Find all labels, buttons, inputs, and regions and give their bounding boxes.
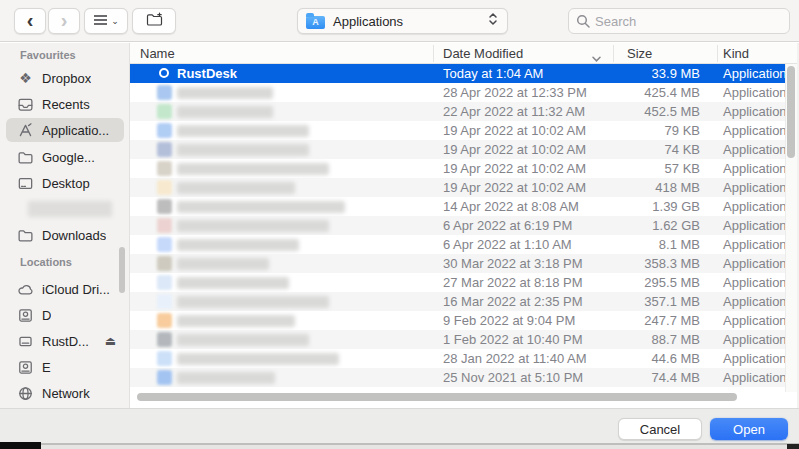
- sidebar-item-label: RustD...: [42, 334, 89, 349]
- kind-cell: Application: [723, 102, 785, 121]
- sidebar-item-rustd[interactable]: RustD...⏏: [6, 329, 124, 353]
- app-icon-redacted: [157, 104, 172, 119]
- size-cell: 88.7 MB: [550, 330, 700, 349]
- size-cell: 452.5 MB: [550, 102, 700, 121]
- disk-icon: [16, 307, 35, 324]
- app-icon-redacted: [157, 332, 172, 347]
- applications-folder-icon: A: [306, 16, 325, 29]
- location-dropdown[interactable]: A Applications: [297, 8, 508, 34]
- file-name-redacted: [177, 258, 269, 270]
- table-row[interactable]: 1 Feb 2022 at 10:40 PM88.7 MBApplication: [130, 330, 785, 349]
- kind-cell: Application: [723, 216, 785, 235]
- kind-cell: Application: [723, 273, 785, 292]
- file-name-redacted: [177, 125, 309, 137]
- file-name-redacted: [177, 163, 329, 175]
- forward-button[interactable]: ›: [48, 8, 80, 34]
- column-header-size[interactable]: Size: [627, 43, 652, 64]
- table-row[interactable]: 9 Feb 2022 at 9:04 PM247.7 MBApplication: [130, 311, 785, 330]
- size-cell: 358.3 MB: [550, 254, 700, 273]
- size-cell: 74.4 MB: [550, 368, 700, 387]
- size-cell: 57 KB: [550, 159, 700, 178]
- table-row[interactable]: 25 Nov 2021 at 5:10 PM74.4 MBApplication: [130, 368, 785, 387]
- table-row[interactable]: 6 Apr 2022 at 1:10 AM8.1 MBApplication: [130, 235, 785, 254]
- search-field[interactable]: [568, 8, 790, 34]
- sidebar-item-network[interactable]: Network: [6, 381, 124, 405]
- file-name-redacted: [177, 239, 299, 251]
- view-options-button[interactable]: ⌄: [84, 8, 128, 34]
- new-folder-button[interactable]: [132, 8, 176, 34]
- table-row[interactable]: 6 Apr 2022 at 6:19 PM1.62 GBApplication: [130, 216, 785, 235]
- search-input[interactable]: [595, 14, 775, 29]
- kind-cell: Application: [723, 159, 785, 178]
- footer-bar: Cancel Open: [0, 408, 799, 443]
- table-row[interactable]: 30 Mar 2022 at 3:18 PM358.3 MBApplicatio…: [130, 254, 785, 273]
- kind-cell: Application: [723, 292, 785, 311]
- size-cell: 1.62 GB: [550, 216, 700, 235]
- sidebar-item-iclouddri[interactable]: iCloud Dri...: [6, 277, 124, 301]
- sidebar-item-label: Recents: [42, 97, 90, 112]
- kind-cell: Application: [723, 83, 785, 102]
- sidebar-item-label: Downloads: [42, 228, 106, 243]
- sidebar-item-redacted[interactable]: [28, 201, 112, 217]
- sidebar-item-recents[interactable]: Recents: [6, 92, 124, 116]
- disk-icon: [16, 359, 35, 376]
- app-icon-redacted: [157, 85, 172, 100]
- sidebar-item-downloads[interactable]: Downloads: [6, 223, 124, 247]
- column-header-date[interactable]: Date Modified: [443, 43, 523, 64]
- table-row[interactable]: 22 Apr 2022 at 11:32 AM452.5 MBApplicati…: [130, 102, 785, 121]
- size-cell: 418 MB: [550, 178, 700, 197]
- table-row[interactable]: 19 Apr 2022 at 10:02 AM74 KBApplication: [130, 140, 785, 159]
- sidebar-item-label: Dropbox: [42, 71, 91, 86]
- sidebar-item-label: Google...: [42, 150, 95, 165]
- app-icon-redacted: [157, 142, 172, 157]
- sidebar-scrollbar-thumb[interactable]: [119, 247, 125, 293]
- app-icon-redacted: [157, 199, 172, 214]
- table-row[interactable]: 27 Mar 2022 at 8:18 PM295.5 MBApplicatio…: [130, 273, 785, 292]
- external-disk-icon: [16, 333, 35, 350]
- app-icon-redacted: [157, 237, 172, 252]
- size-cell: 74 KB: [550, 140, 700, 159]
- sidebar-item-dropbox[interactable]: ❖Dropbox: [6, 66, 124, 90]
- table-row[interactable]: 19 Apr 2022 at 10:02 AM418 MBApplication: [130, 178, 785, 197]
- kind-cell: Application: [723, 368, 785, 387]
- window-bottom-fill: [0, 445, 799, 449]
- open-button[interactable]: Open: [710, 418, 788, 440]
- kind-cell: Application: [723, 349, 785, 368]
- column-header-kind[interactable]: Kind: [723, 43, 749, 64]
- back-button[interactable]: ‹: [14, 8, 46, 34]
- sidebar-item-e[interactable]: E: [6, 355, 124, 379]
- table-row[interactable]: 19 Apr 2022 at 10:02 AM57 KBApplication: [130, 159, 785, 178]
- table-row[interactable]: 28 Apr 2022 at 12:33 PM425.4 MBApplicati…: [130, 83, 785, 102]
- file-name-redacted: [177, 201, 345, 213]
- kind-cell: Application: [723, 121, 785, 140]
- table-row[interactable]: 19 Apr 2022 at 10:02 AM79 KBApplication: [130, 121, 785, 140]
- file-name-redacted: [177, 220, 329, 232]
- sidebar-item-applicatio[interactable]: Applicatio...: [6, 118, 124, 142]
- file-name-redacted: [177, 144, 309, 156]
- background-window-fragment-left: [0, 442, 41, 449]
- horizontal-scrollbar-thumb[interactable]: [137, 393, 737, 401]
- eject-icon[interactable]: ⏏: [105, 334, 116, 348]
- sidebar-item-google[interactable]: Google...: [6, 145, 124, 169]
- new-folder-icon: [146, 12, 163, 31]
- app-icon-redacted: [157, 256, 172, 271]
- toolbar: ‹ › ⌄ A Applications: [0, 0, 799, 42]
- recents-icon: [16, 96, 35, 113]
- table-row[interactable]: 16 Mar 2022 at 2:35 PM357.1 MBApplicatio…: [130, 292, 785, 311]
- sidebar-item-d[interactable]: D: [6, 303, 124, 327]
- size-cell: 1.39 GB: [550, 197, 700, 216]
- column-divider: [433, 45, 434, 62]
- column-header-name[interactable]: Name: [140, 43, 175, 64]
- globe-icon: [16, 385, 35, 402]
- vertical-scrollbar-thumb[interactable]: [787, 66, 795, 158]
- sidebar-item-label: Network: [42, 386, 90, 401]
- table-row[interactable]: 28 Jan 2022 at 11:40 AM44.6 MBApplicatio…: [130, 349, 785, 368]
- cancel-button[interactable]: Cancel: [618, 418, 702, 440]
- kind-cell: Application: [723, 254, 785, 273]
- kind-cell: Application: [723, 330, 785, 349]
- sidebar-item-desktop[interactable]: Desktop: [6, 171, 124, 195]
- table-row-rustdesk[interactable]: RustDeskToday at 1:04 AM33.9 MBApplicati…: [130, 64, 785, 83]
- table-row[interactable]: 14 Apr 2022 at 8:08 AM1.39 GBApplication: [130, 197, 785, 216]
- sidebar-section-label: Favourites: [20, 49, 76, 61]
- sidebar: Favourites❖DropboxRecentsApplicatio...Go…: [0, 43, 130, 408]
